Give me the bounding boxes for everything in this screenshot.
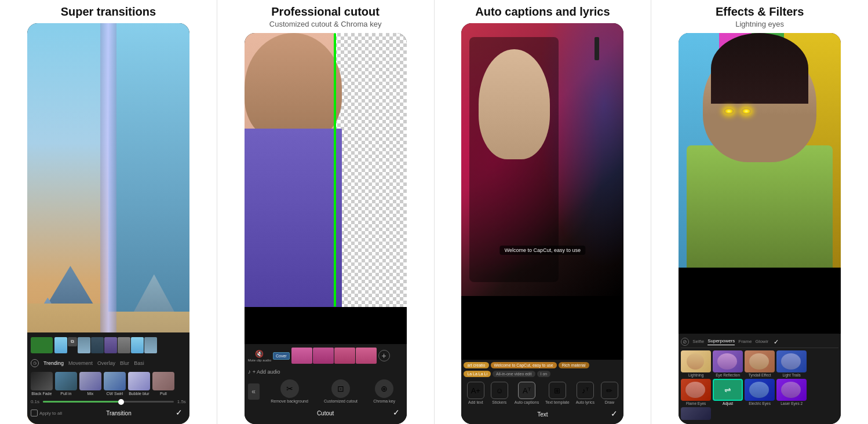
add-text-tool[interactable]: A+ Add text — [467, 382, 484, 404]
effect-eye-reflection[interactable]: Eye Reflection — [713, 350, 743, 377]
pink-clip-2[interactable] — [313, 348, 334, 364]
cover-clip-2[interactable]: Cover — [273, 352, 290, 360]
draw-tool[interactable]: ✏ Draw — [601, 382, 618, 404]
filter-pull-in[interactable]: Pull in — [55, 372, 77, 396]
effect-tyndall[interactable]: Tyndall Effect — [745, 350, 775, 377]
filter-label-3: Mix — [87, 392, 93, 396]
filter-mix[interactable]: Mix — [79, 372, 101, 396]
mute-label: Mute clip audio — [248, 359, 271, 362]
add-clip-btn[interactable]: + — [378, 350, 390, 361]
auto-captions-tool[interactable]: Aᵀ Auto captions — [515, 382, 539, 404]
auto-lyrics-tool[interactable]: ♪ᵀ Auto lyrics — [576, 382, 595, 404]
effect-label-eye-reflection: Eye Reflection — [716, 373, 740, 377]
panel-effects-filters: Effects & Filters Lightning eyes — [651, 0, 868, 424]
cover-clip[interactable] — [31, 337, 53, 353]
effects-row-2: Flame Eyes ⇌ Adjust Electric Eyes — [681, 379, 838, 405]
tab-frame[interactable]: Frame — [738, 339, 752, 345]
effect-laser-eyes2[interactable]: Laser Eyes 2 — [776, 379, 807, 405]
film-frame-5 — [118, 337, 130, 353]
stickers-tool[interactable]: ☺ Stickers — [491, 382, 508, 404]
tab-superpowers[interactable]: Superpowers — [707, 338, 735, 345]
tab-basi[interactable]: Basi — [134, 360, 144, 366]
tab-overlay[interactable]: Overlay — [97, 360, 115, 366]
effect-lightning[interactable]: Lightning — [681, 350, 711, 377]
panel2-title: Professional cutout — [271, 5, 380, 19]
pill-lalala[interactable]: La La La Li — [464, 371, 491, 377]
thumb-face4 — [781, 353, 801, 370]
confirm-button-1[interactable]: ✓ — [176, 408, 186, 418]
collapse-panel-btn[interactable]: « — [248, 383, 260, 400]
tab-check[interactable]: ✓ — [772, 338, 780, 346]
remove-bg-icon: ✂ — [280, 379, 299, 398]
add-text-label: Add text — [468, 400, 483, 404]
effect-label-lightning-eyes: Adjust — [723, 401, 733, 405]
remove-bg-tool[interactable]: ✂ Remove background — [271, 379, 308, 403]
custom-cutout-label: Customized cutout — [324, 399, 358, 403]
effect-thumb-lightning — [681, 350, 711, 372]
pill-rich[interactable]: Rich material — [559, 362, 589, 368]
mute-clip-btn[interactable]: 🔇 Mute clip audio — [248, 350, 271, 362]
confirm-button-3[interactable]: ✓ — [611, 409, 621, 419]
thumb-face — [687, 353, 704, 370]
add-text-icon: A+ — [467, 382, 484, 399]
thumb-face5 — [685, 382, 705, 398]
cutout-controls: 🔇 Mute clip audio Cover + ♪ + Add audio — [245, 344, 407, 424]
filter-black-fade[interactable]: Black Fade — [31, 372, 53, 396]
filter-pull[interactable]: Pull — [152, 372, 174, 396]
custom-cutout-tool[interactable]: ⊡ Customized cutout — [324, 379, 358, 403]
no-icon-btn[interactable]: ⊘ — [681, 338, 689, 346]
text-template-label: Text template — [545, 400, 570, 404]
slider-thumb[interactable] — [118, 399, 124, 405]
tab-selfie[interactable]: Selfie — [692, 339, 704, 345]
filter-label-4: CW Swirl — [106, 392, 123, 396]
filter-thumbnails: Black Fade Pull in Mix CW Swirl Bubble b… — [31, 370, 186, 398]
tab-trending[interactable]: Trending — [43, 360, 64, 366]
effect-label-laser2: Laser Eyes 2 — [781, 401, 803, 405]
tab-glowir[interactable]: Glowir — [755, 339, 768, 345]
effect-light-trails[interactable]: Light Trails — [776, 350, 807, 377]
pink-clip-4[interactable] — [356, 348, 377, 364]
effect-flame-eyes[interactable]: Flame Eyes — [681, 379, 711, 405]
duration-slider[interactable] — [43, 401, 174, 403]
effect-label-tyndall: Tyndall Effect — [749, 373, 771, 377]
shirt — [687, 145, 833, 268]
effect-label-lightning: Lightning — [688, 373, 703, 377]
filter-cw-swirl[interactable]: CW Swirl — [104, 372, 126, 396]
duration-slider-row: 0.1s 1.5s — [31, 398, 186, 405]
pink-clip-1[interactable] — [291, 348, 312, 364]
section-label-1: Transition — [106, 410, 132, 416]
film-frame-2 — [78, 337, 90, 353]
effect-thumb-flame — [681, 379, 711, 401]
effect-lightning-eyes[interactable]: ⇌ Adjust — [713, 379, 743, 405]
transition-marker[interactable]: ⧉ — [68, 337, 77, 346]
filter-thumb-4 — [104, 372, 126, 390]
effect-thumb-laser2 — [776, 379, 807, 401]
effect-partial-1[interactable] — [681, 407, 711, 420]
chroma-key-tool[interactable]: ⊕ Chroma key — [373, 379, 395, 403]
pill-art[interactable]: art creatio — [464, 362, 488, 368]
adjust-icon: ⇌ — [724, 385, 731, 394]
tab-movement[interactable]: Movement — [68, 360, 93, 366]
film-frame-3 — [91, 337, 104, 353]
effect-thumb-lightning-eyes: ⇌ — [713, 379, 743, 401]
confirm-button-2[interactable]: ✓ — [393, 408, 403, 418]
film-frame-6 — [131, 337, 144, 353]
pink-clip-3[interactable] — [334, 348, 355, 364]
stickers-label: Stickers — [492, 400, 506, 404]
filter-bubble-blur[interactable]: Bubble blur — [128, 372, 150, 396]
pill-allinone[interactable]: All-in-one video edit — [493, 371, 535, 377]
pill-welcome[interactable]: Welcome to CapCut, easy to use — [491, 362, 557, 368]
tab-blur[interactable]: Blur — [120, 360, 129, 366]
draw-icon: ✏ — [601, 382, 618, 399]
add-audio-text[interactable]: + Add audio — [253, 369, 280, 375]
text-template-tool[interactable]: ⊞ Text template — [545, 382, 570, 404]
effect-electric-eyes[interactable]: Electric Eyes — [745, 379, 775, 405]
effect-label-flame: Flame Eyes — [686, 401, 706, 405]
stickers-icon: ☺ — [491, 382, 508, 399]
no-symbol: ⊘ — [683, 339, 687, 345]
apply-all-checkbox[interactable] — [31, 410, 38, 416]
apply-all-container[interactable]: Apply to all — [31, 410, 62, 416]
cutout-tools: ✂ Remove background ⊡ Customized cutout … — [263, 377, 403, 405]
panel1-controls: ⧉ ◷ Trending Movement Overlay Blur — [27, 332, 189, 424]
pill-ion[interactable]: I on — [537, 371, 551, 377]
